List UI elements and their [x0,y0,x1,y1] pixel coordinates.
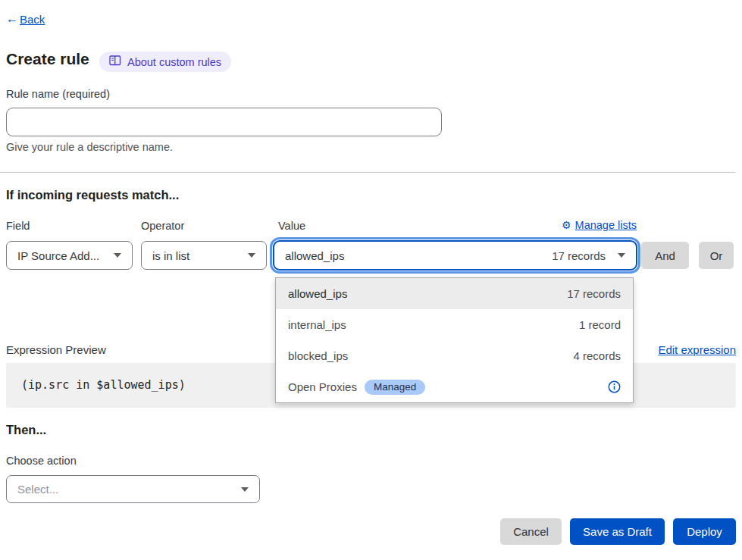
dropdown-item-allowed-ips[interactable]: allowed_ips 17 records [276,278,633,309]
list-name: allowed_ips [288,287,347,300]
list-record-count: 17 records [567,287,621,300]
chevron-down-icon [241,487,249,492]
then-section-heading: Then... [6,423,46,437]
manage-lists-link[interactable]: ⚙ Manage lists [562,219,637,231]
book-icon [109,55,121,68]
chevron-down-icon [618,253,625,258]
back-link[interactable]: ←Back [6,12,45,26]
field-label: Field [6,220,30,232]
list-name: internal_ips [288,318,346,331]
action-select-placeholder: Select... [17,483,233,496]
info-icon[interactable] [608,380,621,393]
action-select[interactable]: Select... [6,475,260,503]
deploy-button[interactable]: Deploy [673,518,736,545]
chevron-down-icon [114,253,121,258]
cancel-button[interactable]: Cancel [500,518,562,545]
dropdown-item-open-proxies[interactable]: Open Proxies Managed [276,371,633,402]
page-title: Create rule [6,50,89,68]
back-arrow-icon: ← [6,12,18,26]
value-select-value: allowed_ips [285,249,552,262]
match-section-heading: If incoming requests match... [6,188,179,202]
value-select[interactable]: allowed_ips 17 records [273,240,637,271]
field-select[interactable]: IP Source Add... [6,241,133,270]
operator-label: Operator [141,220,184,232]
edit-expression-link[interactable]: Edit expression [658,343,736,356]
list-name: Open Proxies [288,380,357,393]
gear-icon: ⚙ [562,219,571,231]
and-button[interactable]: And [641,242,689,269]
chevron-down-icon [248,253,255,258]
value-select-records: 17 records [552,249,606,262]
about-custom-rules-label: About custom rules [127,56,221,68]
rule-name-label: Rule name (required) [6,88,110,100]
managed-badge: Managed [365,380,425,395]
manage-lists-label: Manage lists [575,219,637,231]
rule-name-helper-text: Give your rule a descriptive name. [6,141,173,153]
back-link-label: Back [20,13,45,26]
operator-select[interactable]: is in list [141,241,267,270]
section-divider [0,172,735,173]
expression-code: (ip.src in $allowed_ips) [21,378,186,392]
value-label: Value [278,220,305,232]
list-record-count: 1 record [579,318,621,331]
field-select-value: IP Source Add... [17,249,106,262]
choose-action-label: Choose action [6,455,77,467]
list-record-count: 4 records [573,349,621,362]
save-as-draft-button[interactable]: Save as Draft [570,518,665,545]
value-dropdown-menu: allowed_ips 17 records internal_ips 1 re… [275,277,634,403]
about-custom-rules-link[interactable]: About custom rules [99,52,231,72]
dropdown-item-internal-ips[interactable]: internal_ips 1 record [276,309,633,340]
rule-name-input[interactable] [6,108,442,136]
dropdown-item-blocked-ips[interactable]: blocked_ips 4 records [276,340,633,371]
expression-preview-label: Expression Preview [6,343,106,356]
create-rule-page: ←Back Create rule About custom rules Rul… [0,0,742,560]
list-name: blocked_ips [288,349,348,362]
operator-select-value: is in list [152,249,240,262]
or-button[interactable]: Or [699,242,734,269]
